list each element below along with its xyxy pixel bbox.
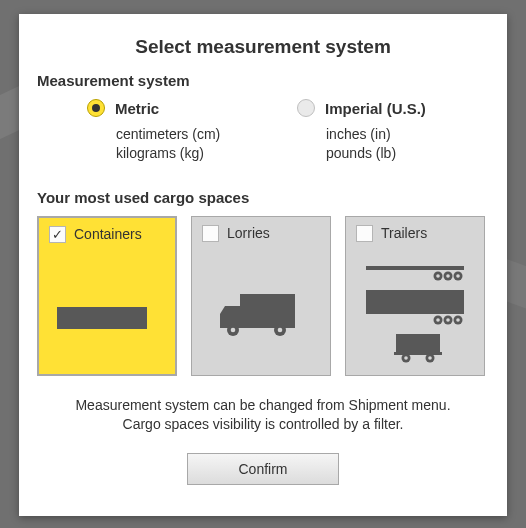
info-line-2: Cargo spaces visibility is controlled by… (37, 415, 489, 435)
unit-length: inches (in) (326, 125, 487, 144)
svg-point-23 (404, 356, 408, 360)
svg-rect-6 (366, 266, 464, 270)
radio-label: Imperial (U.S.) (325, 100, 426, 117)
checkbox-icon (202, 225, 219, 242)
dialog-title: Select measurement system (37, 36, 489, 58)
radio-option-metric[interactable]: Metric centimeters (cm) kilograms (kg) (87, 99, 277, 163)
svg-point-25 (428, 356, 432, 360)
svg-rect-20 (396, 334, 440, 352)
trailer-icon (346, 246, 484, 375)
info-text: Measurement system can be changed from S… (37, 396, 489, 435)
info-line-1: Measurement system can be changed from S… (37, 396, 489, 416)
svg-point-5 (278, 327, 283, 332)
checkbox-icon (356, 225, 373, 242)
confirm-button[interactable]: Confirm (187, 453, 339, 485)
cargo-heading: Your most used cargo spaces (37, 189, 489, 206)
card-label: Lorries (227, 225, 270, 241)
svg-rect-21 (394, 352, 442, 355)
svg-rect-13 (366, 290, 464, 314)
svg-point-12 (456, 274, 460, 278)
cargo-card-containers[interactable]: ✓ Containers (37, 216, 177, 376)
radio-label: Metric (115, 100, 159, 117)
radio-subtext: centimeters (cm) kilograms (kg) (87, 125, 277, 163)
svg-point-15 (436, 318, 440, 322)
svg-point-19 (456, 318, 460, 322)
cargo-cards: ✓ Containers Lorries (37, 216, 489, 376)
radio-icon (297, 99, 315, 117)
measurement-dialog: Select measurement system Measurement sy… (19, 14, 507, 516)
card-label: Containers (74, 226, 142, 242)
checkbox-icon: ✓ (49, 226, 66, 243)
unit-length: centimeters (cm) (116, 125, 277, 144)
radio-option-imperial[interactable]: Imperial (U.S.) inches (in) pounds (lb) (297, 99, 487, 163)
lorry-icon (192, 246, 330, 375)
cargo-card-lorries[interactable]: Lorries (191, 216, 331, 376)
svg-point-8 (436, 274, 440, 278)
radio-icon (87, 99, 105, 117)
card-label: Trailers (381, 225, 427, 241)
svg-point-10 (446, 274, 450, 278)
svg-point-17 (446, 318, 450, 322)
measurement-heading: Measurement system (37, 72, 489, 89)
measurement-options: Metric centimeters (cm) kilograms (kg) I… (37, 99, 489, 163)
button-row: Confirm (37, 453, 489, 485)
cargo-card-trailers[interactable]: Trailers (345, 216, 485, 376)
unit-weight: pounds (lb) (326, 144, 487, 163)
unit-weight: kilograms (kg) (116, 144, 277, 163)
svg-rect-0 (240, 294, 295, 324)
svg-point-3 (231, 327, 236, 332)
container-icon (39, 247, 175, 374)
radio-subtext: inches (in) pounds (lb) (297, 125, 487, 163)
